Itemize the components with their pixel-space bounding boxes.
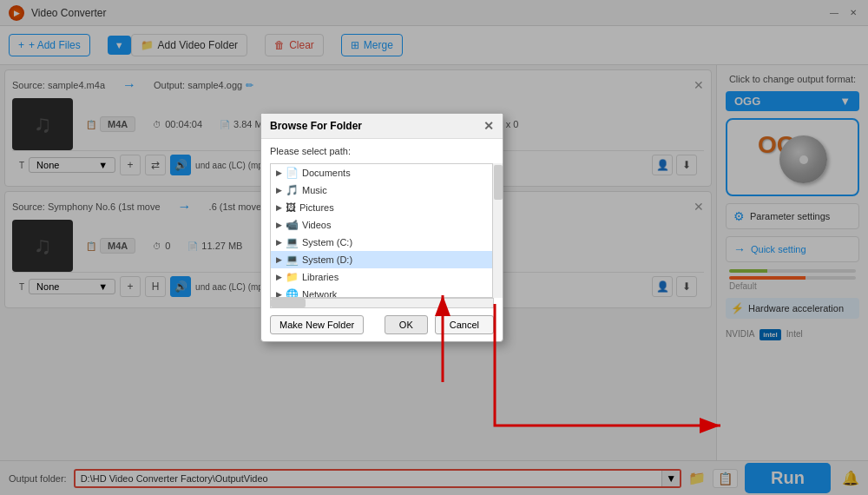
tree-system-d[interactable]: ▶ 💻 System (D:) xyxy=(271,251,493,268)
dialog-scrollbar[interactable] xyxy=(492,163,503,298)
dialog-tree[interactable]: ▶ 📄 Documents ▶ 🎵 Music ▶ 🖼 Pictures ▶ 📹… xyxy=(270,163,494,298)
videos-icon: 📹 xyxy=(286,219,299,231)
dialog-close-button[interactable]: ✕ xyxy=(483,119,494,133)
tree-system-c[interactable]: ▶ 💻 System (C:) xyxy=(271,234,493,251)
dialog-title-text: Browse For Folder xyxy=(270,120,362,132)
tree-arrow-c: ▶ xyxy=(276,238,282,247)
tree-arrow-net: ▶ xyxy=(276,290,282,298)
libraries-icon: 📁 xyxy=(286,271,299,283)
hscroll-thumb xyxy=(271,299,306,307)
tree-arrow-docs: ▶ xyxy=(276,168,282,177)
drive-c-icon: 💻 xyxy=(286,236,299,248)
drive-d-icon: 💻 xyxy=(286,254,299,266)
network-icon: 🌐 xyxy=(286,288,299,298)
tree-network[interactable]: ▶ 🌐 Network xyxy=(271,286,493,298)
pictures-icon: 🖼 xyxy=(286,201,296,214)
dialog-hscroll[interactable] xyxy=(270,298,494,308)
dialog-prompt: Please select path: xyxy=(261,139,503,163)
docs-icon: 📄 xyxy=(286,167,299,179)
dialog-title-bar: Browse For Folder ✕ xyxy=(261,114,503,139)
tree-libraries[interactable]: ▶ 📁 Libraries xyxy=(271,268,493,286)
browse-dialog: Browse For Folder ✕ Please select path: … xyxy=(260,113,503,342)
tree-arrow-music: ▶ xyxy=(276,186,282,195)
tree-documents[interactable]: ▶ 📄 Documents xyxy=(271,164,493,182)
tree-arrow-vids: ▶ xyxy=(276,221,282,229)
tree-arrow-pics: ▶ xyxy=(276,203,282,212)
dialog-tree-container: ▶ 📄 Documents ▶ 🎵 Music ▶ 🖼 Pictures ▶ 📹… xyxy=(261,163,503,298)
tree-arrow-lib: ▶ xyxy=(276,273,282,281)
music-icon: 🎵 xyxy=(286,184,299,196)
dialog-ok-button[interactable]: OK xyxy=(385,315,428,334)
tree-pictures[interactable]: ▶ 🖼 Pictures xyxy=(271,199,493,216)
tree-videos[interactable]: ▶ 📹 Videos xyxy=(271,216,493,234)
tree-music[interactable]: ▶ 🎵 Music xyxy=(271,182,493,199)
make-new-folder-button[interactable]: Make New Folder xyxy=(270,315,364,334)
tree-arrow-d: ▶ xyxy=(276,255,282,264)
dialog-cancel-button[interactable]: Cancel xyxy=(435,315,494,334)
scrollbar-thumb xyxy=(494,165,503,200)
dialog-buttons: Make New Folder OK Cancel xyxy=(261,308,503,341)
